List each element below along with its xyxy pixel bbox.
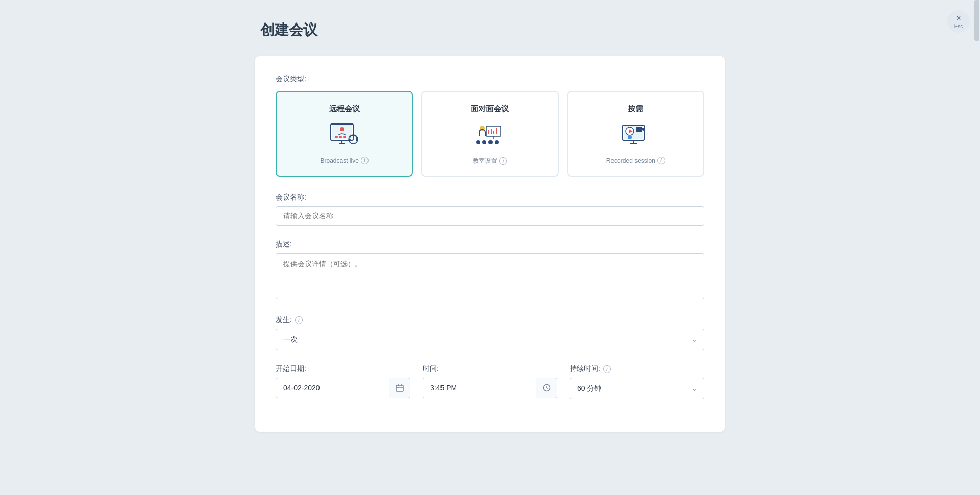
clock-button[interactable]	[536, 378, 557, 398]
occurrence-select[interactable]: 一次 每天 每周 每月	[276, 329, 704, 350]
start-date-label: 开始日期:	[276, 364, 410, 374]
description-input[interactable]	[276, 253, 704, 299]
svg-point-20	[488, 140, 493, 144]
meeting-type-label: 会议类型:	[276, 75, 704, 84]
meeting-type-remote[interactable]: 远程会议	[276, 91, 413, 177]
duration-field: 持续时间: i 30 分钟 60 分钟 90 分钟 120 分钟 ⌄	[570, 364, 704, 399]
svg-rect-31	[396, 385, 403, 391]
meeting-type-section: 会议类型: 远程会议	[276, 75, 704, 177]
time-input-wrapper	[423, 378, 557, 398]
inperson-card-label: 教室设置 i	[473, 157, 507, 165]
time-field: 时间:	[423, 364, 557, 399]
meeting-name-label: 会议名称:	[276, 193, 704, 202]
meeting-type-ondemand[interactable]: 按需	[567, 91, 704, 177]
meeting-types-container: 远程会议	[276, 91, 704, 177]
close-icon: ×	[956, 14, 961, 22]
description-section: 描述:	[276, 240, 704, 301]
form-card: 会议类型: 远程会议	[255, 56, 725, 432]
occurrence-help-icon[interactable]: i	[295, 316, 303, 324]
close-button[interactable]: × Esc	[947, 10, 970, 33]
remote-help-icon[interactable]: i	[361, 157, 369, 164]
meeting-name-input[interactable]	[276, 206, 704, 226]
time-label: 时间:	[423, 364, 557, 374]
inperson-help-icon[interactable]: i	[499, 157, 507, 165]
occurrence-select-wrapper: 一次 每天 每周 每月 ⌄	[276, 329, 704, 350]
svg-point-28	[628, 135, 632, 139]
esc-label: Esc	[954, 23, 963, 29]
ondemand-card-title: 按需	[628, 104, 643, 114]
svg-rect-4	[339, 136, 342, 138]
datetime-row: 开始日期:	[276, 364, 704, 399]
svg-point-2	[340, 127, 344, 131]
duration-label: 持续时间: i	[570, 364, 704, 374]
occurrence-label: 发生: i	[276, 315, 704, 325]
ondemand-icon	[618, 121, 653, 150]
duration-select-wrapper: 30 分钟 60 分钟 90 分钟 120 分钟 ⌄	[570, 378, 704, 399]
inperson-card-title: 面对面会议	[471, 104, 509, 114]
scrollbar-thumb[interactable]	[974, 0, 979, 41]
start-date-input-wrapper	[276, 378, 410, 398]
svg-rect-26	[636, 127, 642, 132]
ondemand-card-label: Recorded session i	[606, 157, 665, 164]
duration-help-icon[interactable]: i	[603, 365, 611, 373]
svg-rect-3	[335, 136, 338, 138]
scrollbar[interactable]	[974, 0, 980, 495]
description-label: 描述:	[276, 240, 704, 249]
start-date-field: 开始日期:	[276, 364, 410, 399]
meeting-name-section: 会议名称:	[276, 193, 704, 226]
meeting-type-inperson[interactable]: 面对面会议	[421, 91, 558, 177]
occurrence-section: 发生: i 一次 每天 每周 每月 ⌄	[276, 315, 704, 350]
remote-card-label: Broadcast live i	[320, 157, 368, 164]
svg-point-19	[482, 140, 486, 144]
remote-icon	[327, 121, 362, 150]
form-wrapper: 创建会议 会议类型: 远程会议	[255, 20, 725, 475]
svg-rect-9	[349, 139, 351, 141]
svg-point-18	[476, 140, 480, 144]
svg-point-21	[495, 140, 499, 144]
page-title: 创建会议	[255, 20, 725, 40]
svg-rect-5	[343, 136, 346, 138]
calendar-button[interactable]	[389, 378, 410, 398]
svg-rect-10	[356, 139, 358, 141]
ondemand-help-icon[interactable]: i	[657, 157, 665, 164]
page-container: 创建会议 会议类型: 远程会议	[0, 0, 980, 495]
inperson-icon	[472, 121, 508, 150]
duration-select[interactable]: 30 分钟 60 分钟 90 分钟 120 分钟	[570, 378, 704, 399]
remote-card-title: 远程会议	[329, 104, 360, 114]
